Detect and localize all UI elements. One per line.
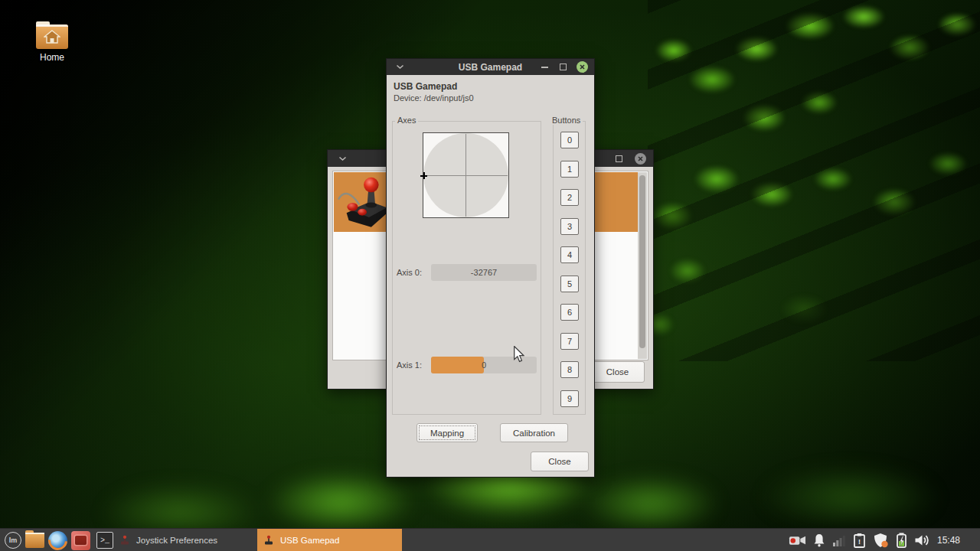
clock[interactable]: 15:48 <box>937 535 960 546</box>
terminal-icon: >_ <box>96 532 113 549</box>
button-indicator-8: 8 <box>560 361 579 378</box>
window-menu-chevron-icon[interactable] <box>338 156 347 161</box>
mouse-cursor <box>513 346 524 366</box>
device-path-text: Device: /dev/input/js0 <box>394 93 474 103</box>
file-manager-launcher[interactable] <box>24 530 44 550</box>
position-axis-vline <box>466 134 466 217</box>
restore-icon <box>560 64 567 70</box>
axes-frame-label: Axes <box>395 116 418 125</box>
buttons-frame-label: Buttons <box>550 116 583 125</box>
firewall-shield-icon[interactable] <box>873 533 889 548</box>
folder-icon <box>36 24 68 49</box>
calibration-button[interactable]: Calibration <box>500 423 568 442</box>
position-crosshair-marker <box>420 172 427 179</box>
taskbar-item-joystick-preferences[interactable]: Joystick Preferences <box>113 529 257 551</box>
joystick-small-icon <box>119 535 130 546</box>
axis1-label: Axis 1: <box>397 357 422 373</box>
network-signal-icon[interactable] <box>832 535 846 546</box>
minimize-button[interactable] <box>541 67 548 68</box>
taskbar: lm >_ Joystick Preferences <box>0 528 980 551</box>
notifications-bell-icon[interactable] <box>813 533 825 547</box>
firefox-icon <box>48 531 67 550</box>
axis0-progressbar: -32767 <box>431 264 537 281</box>
joystick-position-display <box>423 132 509 218</box>
button-indicator-7: 7 <box>560 333 579 350</box>
close-icon <box>635 153 646 165</box>
close-button[interactable] <box>635 153 646 165</box>
button-indicator-2: 2 <box>560 189 579 206</box>
usb-gamepad-dialog: USB Gamepad USB Gamepad Device: /dev/inp… <box>386 58 595 478</box>
button-indicator-3: 3 <box>560 218 579 235</box>
task-label: USB Gamepad <box>280 536 339 545</box>
dialog-close-label: Close <box>548 457 570 466</box>
update-manager-clipboard-icon[interactable]: ! <box>853 533 866 548</box>
restore-icon <box>616 155 622 162</box>
minimize-icon <box>541 67 548 68</box>
terminal-launcher[interactable]: >_ <box>95 530 115 550</box>
wallpaper-circuit-bands <box>648 0 980 361</box>
button-indicator-4: 4 <box>560 246 579 263</box>
button-indicator-0: 0 <box>560 132 579 148</box>
battery-power-icon[interactable] <box>896 533 907 548</box>
system-tray: ! <box>789 529 960 551</box>
game-app-launcher[interactable] <box>70 530 90 550</box>
close-button[interactable] <box>577 61 588 73</box>
close-icon <box>577 61 588 73</box>
taskbar-item-usb-gamepad[interactable]: USB Gamepad <box>257 529 402 551</box>
folder-icon <box>25 533 44 548</box>
axis0-value: -32767 <box>431 264 537 281</box>
mint-logo-icon: lm <box>5 532 21 549</box>
game-app-icon <box>71 531 90 550</box>
house-icon <box>44 30 60 44</box>
home-label: Home <box>32 52 72 63</box>
bg-window-close-button[interactable]: Close <box>590 361 645 383</box>
volume-speaker-icon[interactable] <box>914 533 930 547</box>
scrollbar-track[interactable] <box>638 172 647 359</box>
bg-close-label: Close <box>606 367 629 377</box>
mapping-label: Mapping <box>430 429 464 438</box>
button-indicator-5: 5 <box>560 276 579 292</box>
button-indicator-9: 9 <box>560 390 579 407</box>
restore-button[interactable] <box>560 64 567 70</box>
firefox-launcher[interactable] <box>47 530 67 550</box>
dialog-titlebar: USB Gamepad <box>387 59 594 75</box>
button-indicator-1: 1 <box>560 161 579 178</box>
mapping-button[interactable]: Mapping <box>416 423 478 442</box>
axis0-label: Axis 0: <box>397 264 422 281</box>
mint-menu-button[interactable]: lm <box>3 530 23 550</box>
calibration-label: Calibration <box>513 429 555 438</box>
desktop: Home <box>0 0 980 551</box>
dialog-close-button[interactable]: Close <box>531 452 589 471</box>
svg-text:!: ! <box>858 538 861 546</box>
screen-recorder-icon[interactable] <box>789 534 806 546</box>
scrollbar-thumb[interactable] <box>639 175 645 348</box>
restore-button[interactable] <box>616 155 622 162</box>
home-folder-desktop-icon[interactable]: Home <box>32 24 72 63</box>
device-name-heading: USB Gamepad <box>394 81 457 92</box>
button-indicator-6: 6 <box>560 304 579 321</box>
joystick-small-icon <box>263 535 274 546</box>
task-label: Joystick Preferences <box>136 536 217 545</box>
